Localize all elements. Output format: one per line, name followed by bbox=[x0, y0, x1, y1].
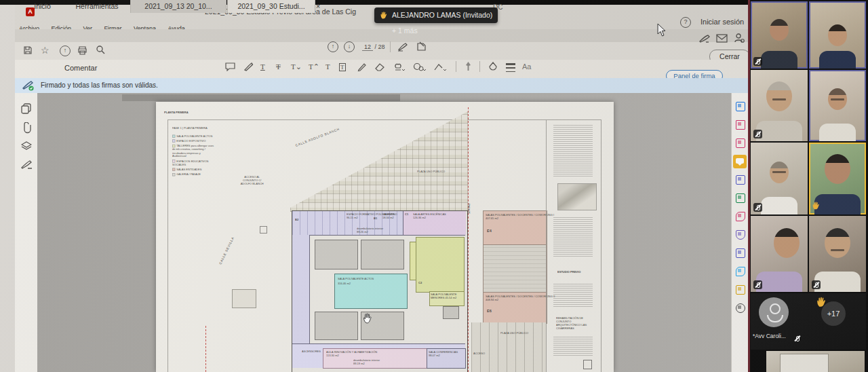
video-tile-audio-only[interactable]: *Avv Caroli... +17 bbox=[751, 293, 866, 350]
next-page-button[interactable]: ↓ bbox=[344, 41, 355, 52]
eraser-icon[interactable] bbox=[375, 62, 386, 71]
pin-tool-icon[interactable] bbox=[464, 61, 473, 72]
video-tile[interactable] bbox=[751, 70, 808, 141]
shared-document bbox=[780, 354, 829, 372]
star-favorites-icon[interactable]: ☆ bbox=[41, 45, 50, 56]
sign-in-button[interactable]: Iniciar sesión bbox=[701, 18, 744, 26]
previous-page-button[interactable]: ↑ bbox=[328, 41, 338, 52]
stamp-icon[interactable] bbox=[393, 62, 405, 72]
muted-mic-icon bbox=[753, 57, 762, 66]
glasses bbox=[831, 98, 844, 100]
axonometric-thumbnail bbox=[557, 183, 597, 210]
participant-face bbox=[766, 81, 792, 111]
share-user-icon[interactable] bbox=[734, 33, 745, 43]
tab-document-2-active[interactable]: 2021_09_30 Estudi... bbox=[227, 0, 315, 13]
font-style-icon[interactable]: Aa bbox=[522, 62, 531, 71]
video-tile[interactable] bbox=[751, 1, 808, 69]
draw-pencil-icon[interactable] bbox=[357, 62, 367, 72]
tool-certificates-icon[interactable] bbox=[736, 267, 745, 276]
share-upload-icon[interactable]: ↑ bbox=[60, 45, 71, 56]
participant-face bbox=[828, 24, 847, 46]
page-number-input[interactable]: 12 bbox=[362, 43, 373, 51]
tab-close-icon[interactable]: × bbox=[314, 0, 322, 13]
insert-text-icon[interactable]: T⌃ bbox=[309, 62, 319, 71]
fill-sign-tool-icon[interactable] bbox=[416, 41, 427, 52]
titleblock-scale-area bbox=[553, 337, 593, 356]
west-wing bbox=[292, 235, 310, 348]
tab-document-1[interactable]: 2021_09_13 20_10... bbox=[130, 0, 226, 13]
participant-face bbox=[825, 228, 850, 258]
tool-stamp-icon[interactable] bbox=[736, 285, 745, 295]
video-tile[interactable] bbox=[751, 143, 808, 215]
tool-protect-icon[interactable] bbox=[736, 230, 745, 240]
page-indicator: 12 / 28 bbox=[362, 43, 385, 51]
titleblock-divider bbox=[546, 119, 547, 372]
previous-page-edge bbox=[122, 94, 400, 101]
replace-text-icon[interactable]: T⌄ bbox=[291, 62, 302, 71]
connector-icon[interactable] bbox=[433, 62, 447, 72]
muted-mic-icon bbox=[753, 203, 762, 212]
tool-organize-pages-icon[interactable] bbox=[736, 120, 745, 130]
phase-boundary-line-left bbox=[205, 326, 206, 372]
pdf-page[interactable]: PLANTA PRIMERA FASE 1 | PLANTA PRIMERA S… bbox=[156, 102, 614, 372]
site-marker bbox=[260, 226, 267, 234]
sheet-title: PLANTA PRIMERA bbox=[164, 111, 189, 113]
tab-inicio[interactable]: Inicio bbox=[24, 0, 61, 13]
video-tile[interactable] bbox=[809, 216, 866, 292]
help-icon[interactable]: ? bbox=[680, 17, 691, 28]
request-signatures-icon[interactable] bbox=[698, 34, 711, 43]
e-block-courtyard bbox=[483, 244, 547, 293]
signatures-panel-icon[interactable] bbox=[21, 160, 33, 170]
text-box-icon[interactable]: T bbox=[339, 63, 346, 71]
add-text-icon[interactable]: T bbox=[326, 62, 330, 71]
tool-export-pdf-icon[interactable] bbox=[736, 102, 745, 111]
tool-more-icon[interactable] bbox=[736, 303, 745, 313]
comment-divider-2 bbox=[479, 61, 480, 72]
raised-hand-icon bbox=[812, 201, 821, 210]
tool-fill-sign-icon[interactable] bbox=[736, 212, 745, 221]
comment-bubble-icon[interactable] bbox=[225, 62, 235, 71]
strikethrough-text-icon[interactable]: T bbox=[276, 62, 281, 71]
tab-bar bbox=[15, 29, 749, 42]
shapes-icon[interactable] bbox=[413, 62, 427, 72]
participant-body bbox=[819, 124, 856, 141]
page-thumbnails-icon[interactable] bbox=[21, 103, 32, 114]
tool-compress-icon[interactable] bbox=[736, 248, 745, 258]
video-tile-partial[interactable] bbox=[766, 351, 865, 372]
sign-pen-icon[interactable] bbox=[397, 42, 410, 52]
tool-combine-files-icon[interactable] bbox=[736, 175, 745, 185]
muted-mic-icon bbox=[793, 334, 802, 343]
line-thickness-icon[interactable] bbox=[506, 63, 515, 72]
video-tile[interactable] bbox=[809, 1, 866, 69]
tab-herramientas[interactable]: Herramientas bbox=[66, 0, 127, 13]
participant-name: *Avv Caroli... bbox=[753, 333, 786, 339]
tool-export-excel-icon[interactable] bbox=[736, 193, 745, 203]
attachments-paperclip-icon[interactable] bbox=[21, 122, 32, 134]
underline-text-icon[interactable]: T bbox=[260, 62, 265, 71]
tool-comment-icon[interactable] bbox=[733, 155, 747, 168]
search-icon[interactable] bbox=[96, 45, 106, 55]
participant-face bbox=[774, 228, 800, 258]
print-icon[interactable] bbox=[77, 45, 87, 55]
legend-swatch bbox=[172, 173, 175, 176]
raised-hand-icon bbox=[816, 296, 828, 308]
save-icon[interactable] bbox=[23, 45, 33, 55]
participant-body bbox=[814, 272, 861, 292]
participant-body bbox=[756, 272, 802, 292]
video-tile-raised-hand[interactable] bbox=[809, 143, 866, 215]
video-tile[interactable] bbox=[809, 70, 866, 141]
email-icon[interactable] bbox=[716, 34, 728, 43]
legend: SALA POLIVALENTE ACTOS ESPACIO EXPOSITIV… bbox=[172, 134, 254, 202]
phase-title: ESTUDIO PREVIO bbox=[557, 270, 580, 273]
avatar bbox=[759, 297, 789, 327]
comment-mode-label: Comentar bbox=[64, 64, 97, 72]
meeting-notification[interactable]: ALEJANDRO LAMAS (Invitado) + 1 más bbox=[374, 7, 498, 23]
highlight-icon[interactable] bbox=[243, 62, 254, 72]
video-tile[interactable] bbox=[751, 216, 808, 292]
fill-color-icon[interactable] bbox=[488, 62, 498, 72]
titleblock-notes bbox=[553, 125, 593, 178]
legend-swatch bbox=[172, 145, 175, 147]
layers-icon[interactable] bbox=[21, 141, 32, 151]
tool-create-pdf-icon[interactable] bbox=[736, 138, 745, 148]
participant-body bbox=[761, 197, 797, 215]
